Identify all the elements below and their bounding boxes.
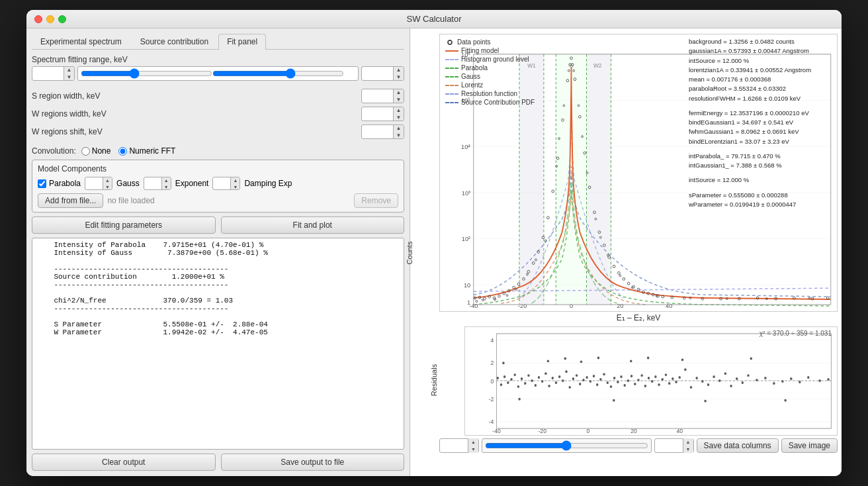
main-chart[interactable]: Data points Fitting model Histogram grou… — [439, 34, 838, 312]
chart-x-slider-input[interactable] — [485, 440, 648, 451]
stats-group-4: intSource = 12.000 % — [689, 175, 834, 185]
w-regions-shift-up[interactable]: ▲ — [394, 124, 404, 132]
chart-max-input[interactable]: 60.0 — [655, 442, 683, 450]
chart-min-up[interactable]: ▲ — [468, 438, 478, 446]
stat-background: background = 1.3256 ± 0.0482 counts — [689, 37, 834, 46]
output-area: Intensity of Parabola 7.9715e+01 (4.70e-… — [32, 238, 404, 450]
chart-max-spinbox[interactable]: 60.0 ▲ ▼ — [654, 438, 694, 453]
legend-resolution-label: Resolution function — [461, 90, 517, 97]
svg-rect-24 — [587, 54, 611, 305]
damping-count-spinbox[interactable]: 0 ▲ ▼ — [212, 177, 240, 190]
legend-gauss: Gauss — [445, 73, 535, 80]
save-image-button[interactable]: Save image — [781, 438, 838, 453]
edit-fitting-button[interactable]: Edit fitting parameters — [32, 217, 216, 234]
svg-point-187 — [713, 375, 715, 378]
convolution-none-option[interactable]: None — [81, 146, 111, 156]
chart-max-down[interactable]: ▼ — [683, 446, 693, 453]
gauss-count-up[interactable]: ▲ — [103, 177, 112, 183]
svg-point-193 — [747, 374, 749, 377]
tab-source-contribution[interactable]: Source contribution — [132, 34, 217, 49]
gauss-count-arrows: ▲ ▼ — [103, 177, 112, 190]
min-range-input[interactable]: -60.00 — [32, 69, 64, 78]
svg-point-129 — [500, 383, 502, 386]
close-button[interactable] — [34, 15, 42, 23]
s-region-input[interactable]: 1.60 — [362, 91, 393, 101]
gauss-count-down[interactable]: ▼ — [103, 183, 112, 190]
min-range-down[interactable]: ▼ — [64, 73, 74, 81]
min-range-spinbox[interactable]: -60.00 ▲ ▼ — [32, 66, 75, 81]
s-region-spinbox[interactable]: 1.60 ▲ ▼ — [361, 89, 404, 103]
s-region-down[interactable]: ▼ — [394, 96, 404, 103]
window-title: SW Calculator — [406, 14, 461, 24]
legend-data-points-label: Data points — [457, 38, 491, 46]
range-slider-input2[interactable] — [212, 68, 344, 79]
parabola-checkbox-label[interactable]: Parabola — [38, 179, 81, 188]
add-from-file-button[interactable]: Add from file... — [38, 193, 103, 208]
w-regions-shift-down[interactable]: ▼ — [394, 132, 404, 139]
w-regions-width-spinbox[interactable]: 3.00 ▲ ▼ — [361, 107, 404, 121]
residuals-chart[interactable]: χ² = 370.0 ÷ 359 = 1.031 — [464, 326, 838, 436]
minimize-button[interactable] — [46, 15, 54, 23]
stats-group-3: intParabola_ = 79.715 ± 0.470 % intGauss… — [689, 152, 834, 171]
left-panel: Experimental spectrum Source contributio… — [26, 28, 410, 476]
tab-fit-panel[interactable]: Fit panel — [218, 34, 266, 50]
exponent-count-spinbox[interactable]: 1 ▲ ▼ — [144, 177, 171, 190]
chart-min-input[interactable]: -60.0 — [440, 442, 468, 450]
clear-output-button[interactable]: Clear output — [32, 454, 216, 471]
max-range-up[interactable]: ▲ — [394, 66, 404, 73]
max-range-down[interactable]: ▼ — [394, 73, 404, 81]
convolution-row: Convolution: None Numeric FFT — [32, 146, 404, 156]
legend-histogram-label: Histogram ground level — [461, 56, 529, 63]
exponent-count-down[interactable]: ▼ — [162, 183, 171, 190]
svg-point-194 — [756, 379, 758, 381]
svg-point-182 — [684, 368, 686, 371]
stat-wparameter: wParameter = 0.0199419 ± 0.0000447 — [689, 200, 834, 209]
svg-point-134 — [517, 385, 519, 388]
svg-point-135 — [521, 377, 523, 380]
x-axis-label: E₁ – E₂, keV — [439, 313, 838, 322]
range-slider-input[interactable] — [81, 68, 212, 79]
exponent-count-up[interactable]: ▲ — [162, 177, 171, 183]
damping-count-down[interactable]: ▼ — [231, 183, 239, 190]
stats-group-2: fermiEnergy = 12.3537196 ± 0.0000210 eV … — [689, 109, 834, 146]
bottom-bar: Clear output Save output to file — [32, 454, 404, 471]
chart-max-up[interactable]: ▲ — [683, 438, 693, 446]
max-range-input[interactable]: 60.00 — [362, 69, 393, 78]
damping-count-input[interactable]: 0 — [213, 179, 230, 187]
convolution-fft-radio[interactable] — [118, 147, 127, 156]
parabola-checkbox[interactable] — [38, 179, 46, 188]
save-data-columns-button[interactable]: Save data columns — [697, 438, 779, 453]
svg-point-158 — [599, 378, 601, 381]
exponent-count-input[interactable]: 1 — [144, 179, 161, 187]
gauss-count-input[interactable]: 1 — [85, 179, 103, 187]
min-range-up[interactable]: ▲ — [64, 66, 74, 73]
svg-point-189 — [724, 372, 726, 375]
damping-count-up[interactable]: ▲ — [231, 177, 239, 183]
max-range-spinbox[interactable]: 60.00 ▲ ▼ — [361, 66, 404, 81]
svg-point-199 — [799, 381, 801, 383]
w-regions-width-input[interactable]: 3.00 — [362, 109, 393, 119]
fit-and-plot-button[interactable]: Fit and plot — [221, 217, 405, 234]
tab-bar: Experimental spectrum Source contributio… — [32, 34, 404, 50]
gauss-count-spinbox[interactable]: 1 ▲ ▼ — [85, 177, 112, 190]
w-regions-width-up[interactable]: ▲ — [394, 107, 404, 114]
tab-experimental-spectrum[interactable]: Experimental spectrum — [32, 34, 130, 49]
chart-x-slider[interactable] — [482, 438, 652, 453]
model-components-box: Model Components Parabola 1 ▲ ▼ Gauss — [32, 160, 404, 213]
svg-rect-112 — [465, 327, 837, 435]
convolution-none-radio[interactable] — [81, 147, 90, 156]
legend-fitting-model: Fitting model — [445, 47, 535, 54]
w-regions-shift-spinbox[interactable]: 2.76 ▲ ▼ — [361, 124, 404, 139]
s-region-up[interactable]: ▲ — [394, 89, 404, 96]
chart-min-spinbox[interactable]: -60.0 ▲ ▼ — [439, 438, 479, 453]
chart-min-down[interactable]: ▼ — [468, 446, 478, 453]
maximize-button[interactable] — [58, 15, 66, 23]
svg-point-157 — [596, 383, 598, 386]
convolution-fft-option[interactable]: Numeric FFT — [118, 146, 175, 156]
w-regions-shift-input[interactable]: 2.76 — [362, 127, 393, 136]
svg-point-185 — [701, 380, 703, 383]
svg-point-171 — [644, 385, 646, 387]
save-output-button[interactable]: Save output to file — [221, 454, 405, 471]
range-slider[interactable] — [77, 66, 359, 81]
w-regions-width-down[interactable]: ▼ — [394, 114, 404, 121]
